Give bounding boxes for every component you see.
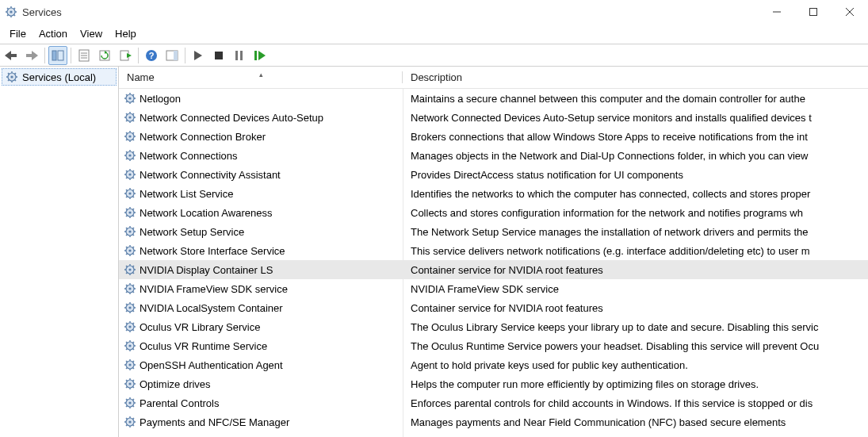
menu-action[interactable]: Action [33, 25, 74, 42]
show-hide-tree-button[interactable] [48, 46, 67, 65]
service-row[interactable]: Optimize drivesHelps the computer run mo… [119, 374, 868, 393]
forward-icon [25, 51, 38, 60]
service-name: Netlogon [140, 93, 181, 105]
service-icon [124, 301, 136, 314]
svg-marker-16 [32, 51, 38, 60]
service-icon [124, 92, 136, 105]
pause-service-button[interactable] [230, 46, 249, 65]
properties-button[interactable] [75, 46, 94, 65]
show-hide-action-pane-button[interactable] [163, 46, 182, 65]
column-header-description[interactable]: Description [403, 71, 868, 83]
menu-file[interactable]: File [3, 25, 33, 42]
service-row[interactable]: Oculus VR Library ServiceThe Oculus Libr… [119, 317, 868, 336]
service-icon [124, 416, 136, 428]
minimize-icon [773, 8, 781, 16]
service-name: Network Connections [140, 150, 238, 162]
menubar: File Action View Help [0, 24, 868, 44]
service-description: Maintains a secure channel between this … [403, 93, 868, 105]
refresh-button[interactable] [95, 46, 114, 65]
svg-rect-19 [58, 51, 63, 60]
svg-rect-17 [26, 54, 33, 57]
services-list-panel: ▴ Name Description NetlogonMaintains a s… [119, 67, 868, 437]
service-row[interactable]: NVIDIA Display Container LSContainer ser… [119, 260, 868, 279]
service-name: Network Connected Devices Auto-Setup [140, 112, 323, 124]
restart-icon [254, 51, 266, 60]
service-row[interactable]: Network Location AwarenessCollects and s… [119, 203, 868, 222]
service-row[interactable]: Network List ServiceIdentifies the netwo… [119, 184, 868, 203]
service-row[interactable]: Network Setup ServiceThe Network Setup S… [119, 222, 868, 241]
service-description: Helps the computer run more efficiently … [403, 378, 868, 390]
services-icon [5, 6, 17, 18]
refresh-icon [98, 49, 111, 62]
service-icon [124, 378, 136, 390]
service-name: Optimize drives [140, 378, 211, 390]
service-row[interactable]: Parental ControlsEnforces parental contr… [119, 393, 868, 412]
tree-root-services-local[interactable]: Services (Local) [2, 68, 117, 86]
service-row[interactable]: Network Connected Devices Auto-SetupNetw… [119, 108, 868, 127]
service-icon [124, 358, 136, 371]
service-row[interactable]: OpenSSH Authentication AgentAgent to hol… [119, 355, 868, 374]
service-row[interactable]: Network Connection BrokerBrokers connect… [119, 127, 868, 146]
service-name-cell: Payments and NFC/SE Manager [119, 416, 403, 428]
svg-marker-37 [258, 51, 266, 60]
svg-rect-33 [215, 52, 223, 59]
column-name-label: Name [127, 71, 155, 83]
service-name: Parental Controls [140, 397, 219, 409]
service-row[interactable]: Network ConnectionsManages objects in th… [119, 146, 868, 165]
service-description: Container service for NVIDIA root featur… [403, 302, 868, 314]
service-row[interactable]: NVIDIA LocalSystem ContainerContainer se… [119, 298, 868, 317]
window-title: Services [22, 6, 62, 18]
stop-service-button[interactable] [209, 46, 228, 65]
service-name: Payments and NFC/SE Manager [140, 416, 289, 428]
column-description-label: Description [411, 71, 462, 83]
service-name: Network Store Interface Service [140, 245, 285, 257]
menu-help[interactable]: Help [109, 25, 143, 42]
service-description: Manages payments and Near Field Communic… [403, 416, 868, 428]
maximize-button[interactable] [795, 0, 832, 24]
restart-service-button[interactable] [250, 46, 270, 65]
service-row[interactable]: Network Connectivity AssistantProvides D… [119, 165, 868, 184]
service-icon [124, 282, 136, 295]
export-button[interactable] [116, 46, 135, 65]
help-icon: ? [145, 49, 158, 62]
service-name-cell: NVIDIA Display Container LS [119, 263, 403, 276]
service-name-cell: Optimize drives [119, 378, 403, 390]
service-row[interactable]: NetlogonMaintains a secure channel betwe… [119, 89, 868, 108]
service-name: OpenSSH Authentication Agent [140, 359, 283, 371]
service-description: Network Connected Devices Auto-Setup ser… [403, 112, 868, 124]
close-button[interactable] [832, 0, 868, 24]
close-icon [846, 8, 854, 16]
svg-rect-34 [235, 51, 238, 60]
service-icon [124, 320, 136, 333]
start-service-button[interactable] [189, 46, 208, 65]
service-row[interactable]: Payments and NFC/SE ManagerManages payme… [119, 412, 868, 431]
service-name-cell: Oculus VR Runtime Service [119, 339, 403, 352]
service-description: Identifies the networks to which the com… [403, 188, 868, 200]
service-row[interactable]: Network Store Interface ServiceThis serv… [119, 241, 868, 260]
toolbar-separator [71, 48, 71, 63]
column-resizer[interactable] [402, 71, 403, 83]
forward-button[interactable] [22, 46, 41, 65]
service-name: NVIDIA FrameView SDK service [140, 283, 288, 295]
tree-icon [52, 50, 64, 61]
service-name: Network Setup Service [140, 226, 244, 238]
service-name-cell: OpenSSH Authentication Agent [119, 358, 403, 371]
service-name: Network Connection Broker [140, 131, 266, 143]
svg-rect-11 [810, 9, 817, 16]
back-button[interactable] [2, 46, 21, 65]
service-name-cell: NVIDIA LocalSystem Container [119, 301, 403, 314]
toolbar-separator [44, 48, 45, 63]
menu-view[interactable]: View [74, 25, 109, 42]
maximize-icon [809, 8, 817, 16]
services-list[interactable]: NetlogonMaintains a secure channel betwe… [119, 89, 868, 431]
service-row[interactable]: NVIDIA FrameView SDK serviceNVIDIA Frame… [119, 279, 868, 298]
sidebar: Services (Local) [0, 67, 119, 437]
tree-root-label: Services (Local) [22, 71, 96, 83]
service-row[interactable]: Oculus VR Runtime ServiceThe Oculus Runt… [119, 336, 868, 355]
service-icon [124, 130, 136, 143]
help-button[interactable]: ? [142, 46, 161, 65]
column-header-name[interactable]: ▴ Name [119, 71, 403, 83]
service-name-cell: Network Setup Service [119, 225, 403, 238]
column-headers: ▴ Name Description [119, 67, 868, 89]
minimize-button[interactable] [759, 0, 795, 24]
